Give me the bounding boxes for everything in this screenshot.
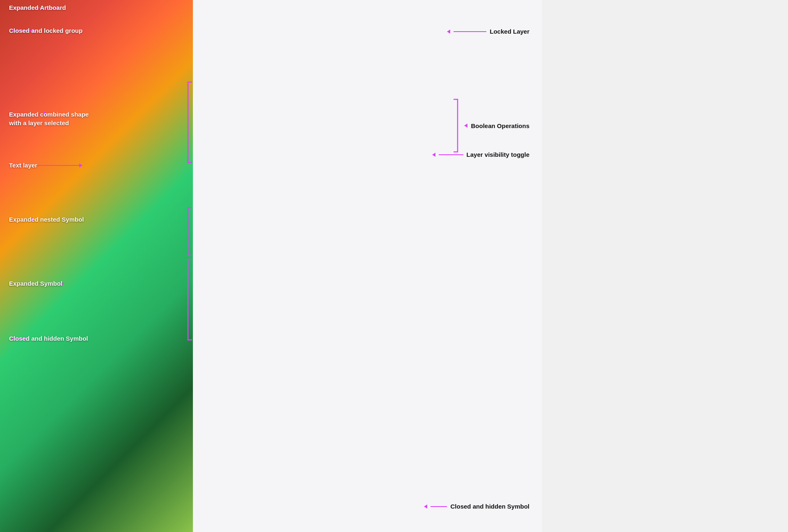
closed-locked-label: Closed and locked group <box>9 27 82 35</box>
annotation-closed-locked: Closed and locked group <box>9 29 35 33</box>
locked-layer-label: Locked Layer <box>490 28 529 35</box>
annotation-hidden-symbol-right: Closed and hidden Symbol <box>424 503 529 510</box>
closed-hidden-label: Closed and hidden Symbol <box>9 335 88 343</box>
expanded-artboard-label: Expanded Artboard <box>9 4 66 12</box>
right-panel: Locked Layer Boolean Operations Layer vi… <box>193 0 542 532</box>
bracket-expanded-symbol <box>185 259 193 342</box>
annotation-text-layer: Text layer <box>9 163 82 167</box>
canvas-background <box>0 0 193 532</box>
bracket-combined-shape <box>185 81 193 165</box>
boolean-ops-label: Boolean Operations <box>471 122 529 129</box>
annotation-expanded-combined: Expanded combined shapewith a layer sele… <box>9 110 47 116</box>
text-layer-label: Text layer <box>9 161 37 170</box>
annotation-expanded-artboard: Expanded Artboard <box>9 6 60 10</box>
hidden-symbol-right-label: Closed and hidden Symbol <box>450 503 529 510</box>
annotation-expanded-symbol: Expanded Symbol <box>9 282 64 286</box>
annotation-closed-hidden: Closed and hidden Symbol <box>9 337 27 341</box>
expanded-symbol-label: Expanded Symbol <box>9 280 62 288</box>
annotation-locked-layer: Locked Layer <box>447 28 529 35</box>
canvas-area: Expanded Artboard Closed and locked grou… <box>0 0 193 532</box>
visibility-label: Layer visibility toggle <box>467 151 529 158</box>
expanded-combined-label: Expanded combined shapewith a layer sele… <box>9 110 89 127</box>
bracket-nested-symbol <box>185 207 193 258</box>
annotation-visibility: Layer visibility toggle <box>432 151 529 158</box>
annotation-boolean-ops: Boolean Operations <box>453 99 529 153</box>
annotation-expanded-nested: Expanded nested Symbol <box>9 218 35 222</box>
expanded-nested-label: Expanded nested Symbol <box>9 216 84 224</box>
